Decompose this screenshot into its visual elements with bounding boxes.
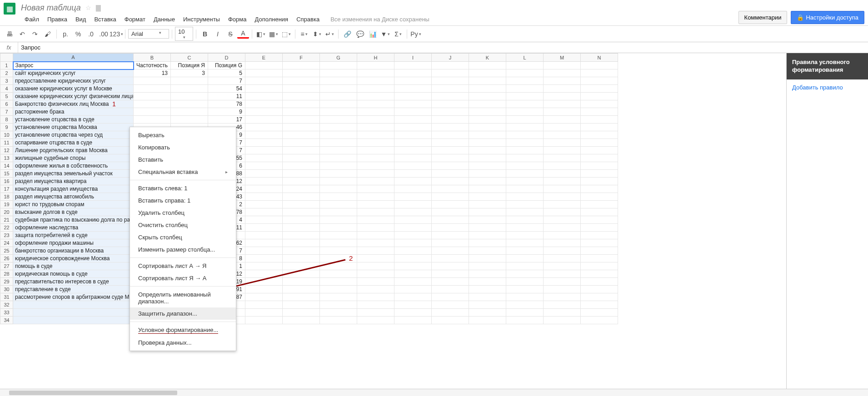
cell[interactable] bbox=[581, 247, 618, 255]
cell[interactable] bbox=[320, 147, 357, 154]
cell[interactable] bbox=[544, 185, 581, 193]
menu-формат[interactable]: Формат bbox=[121, 14, 149, 25]
cell[interactable] bbox=[581, 185, 618, 193]
cell[interactable] bbox=[544, 239, 581, 247]
increase-decimal[interactable]: .00 bbox=[98, 28, 110, 40]
fill-color-icon[interactable]: ◧▾ bbox=[255, 28, 267, 40]
cell[interactable] bbox=[544, 224, 581, 232]
cell[interactable] bbox=[13, 309, 134, 317]
cell[interactable] bbox=[432, 154, 469, 162]
undo-icon[interactable]: ↶ bbox=[16, 28, 28, 40]
cell[interactable] bbox=[320, 286, 357, 293]
cell[interactable]: Запрос bbox=[13, 62, 134, 69]
cell[interactable] bbox=[283, 193, 320, 201]
cell[interactable] bbox=[506, 154, 544, 162]
context-menu-item[interactable]: Сортировать лист Я → А bbox=[130, 272, 236, 284]
cell[interactable] bbox=[469, 317, 506, 324]
col-header-G[interactable]: G bbox=[320, 54, 357, 62]
cell[interactable] bbox=[581, 201, 618, 208]
cell[interactable] bbox=[394, 201, 432, 208]
italic-icon[interactable]: I bbox=[212, 28, 224, 40]
cell[interactable] bbox=[357, 208, 394, 216]
cell[interactable] bbox=[581, 77, 618, 85]
cell[interactable] bbox=[245, 100, 283, 108]
cell[interactable] bbox=[283, 154, 320, 162]
cell[interactable] bbox=[245, 185, 283, 193]
cell[interactable] bbox=[283, 85, 320, 93]
share-button[interactable]: 🔒 Настройки доступа bbox=[791, 11, 864, 24]
cell[interactable] bbox=[394, 286, 432, 293]
cell[interactable] bbox=[320, 170, 357, 178]
cell[interactable] bbox=[320, 77, 357, 85]
cell[interactable] bbox=[394, 193, 432, 201]
row-header[interactable]: 23 bbox=[0, 232, 13, 239]
cell[interactable] bbox=[469, 62, 506, 69]
cell[interactable] bbox=[581, 139, 618, 147]
cell[interactable] bbox=[283, 147, 320, 154]
cell[interactable] bbox=[134, 108, 171, 116]
cell[interactable] bbox=[357, 301, 394, 309]
cell[interactable] bbox=[469, 232, 506, 239]
cell[interactable] bbox=[13, 301, 134, 309]
context-menu-item[interactable]: Изменить размер столбца... bbox=[130, 243, 236, 256]
cell[interactable] bbox=[506, 62, 544, 69]
menu-справка[interactable]: Справка bbox=[293, 14, 323, 25]
cell[interactable] bbox=[320, 116, 357, 124]
cell[interactable] bbox=[171, 85, 208, 93]
cell[interactable] bbox=[283, 208, 320, 216]
input-language[interactable]: Ру▾ bbox=[410, 28, 422, 40]
cell[interactable] bbox=[320, 100, 357, 108]
row-header[interactable]: 31 bbox=[0, 293, 13, 301]
cell[interactable] bbox=[432, 162, 469, 170]
cell[interactable] bbox=[544, 93, 581, 100]
insert-chart-icon[interactable]: 📊 bbox=[367, 28, 379, 40]
menu-файл[interactable]: Файл bbox=[21, 14, 43, 25]
cell[interactable] bbox=[432, 62, 469, 69]
scrollbar-thumb[interactable] bbox=[9, 391, 177, 395]
cell[interactable] bbox=[320, 139, 357, 147]
cell[interactable] bbox=[245, 208, 283, 216]
cell[interactable] bbox=[469, 301, 506, 309]
col-header-L[interactable]: L bbox=[506, 54, 544, 62]
cell[interactable] bbox=[544, 232, 581, 239]
row-header[interactable]: 26 bbox=[0, 255, 13, 262]
cell[interactable] bbox=[357, 108, 394, 116]
cell[interactable]: 13 bbox=[134, 69, 171, 77]
cell[interactable]: судебная практика по взысканию долга по … bbox=[13, 216, 134, 224]
cell[interactable] bbox=[581, 293, 618, 301]
cell[interactable] bbox=[320, 232, 357, 239]
cell[interactable] bbox=[394, 208, 432, 216]
cell[interactable] bbox=[394, 255, 432, 262]
cell[interactable] bbox=[506, 147, 544, 154]
cell[interactable] bbox=[320, 178, 357, 185]
cell[interactable] bbox=[544, 170, 581, 178]
formula-input[interactable]: Запрос bbox=[18, 44, 868, 51]
cell[interactable] bbox=[320, 62, 357, 69]
folder-icon[interactable]: ▇ bbox=[96, 4, 101, 11]
cell[interactable] bbox=[506, 85, 544, 93]
cell[interactable] bbox=[245, 278, 283, 286]
cell[interactable] bbox=[506, 139, 544, 147]
cell[interactable]: взыскание долгов в суде bbox=[13, 208, 134, 216]
cell[interactable] bbox=[283, 278, 320, 286]
row-header[interactable]: 4 bbox=[0, 85, 13, 93]
cell[interactable] bbox=[432, 262, 469, 270]
cell[interactable] bbox=[283, 301, 320, 309]
cell[interactable] bbox=[394, 262, 432, 270]
cell[interactable]: 11 bbox=[208, 93, 245, 100]
cell[interactable] bbox=[432, 201, 469, 208]
cell[interactable] bbox=[357, 309, 394, 317]
cell[interactable] bbox=[469, 293, 506, 301]
cell[interactable] bbox=[432, 108, 469, 116]
comments-button[interactable]: Комментарии bbox=[738, 11, 788, 24]
cell[interactable] bbox=[506, 301, 544, 309]
cell[interactable] bbox=[320, 301, 357, 309]
cell[interactable] bbox=[544, 193, 581, 201]
cell[interactable] bbox=[469, 224, 506, 232]
cell[interactable] bbox=[394, 178, 432, 185]
cell[interactable]: оказание юридических услуг в Москве bbox=[13, 85, 134, 93]
cell[interactable]: 17 bbox=[208, 116, 245, 124]
cell[interactable] bbox=[544, 85, 581, 93]
cell[interactable] bbox=[544, 178, 581, 185]
cell[interactable] bbox=[544, 255, 581, 262]
